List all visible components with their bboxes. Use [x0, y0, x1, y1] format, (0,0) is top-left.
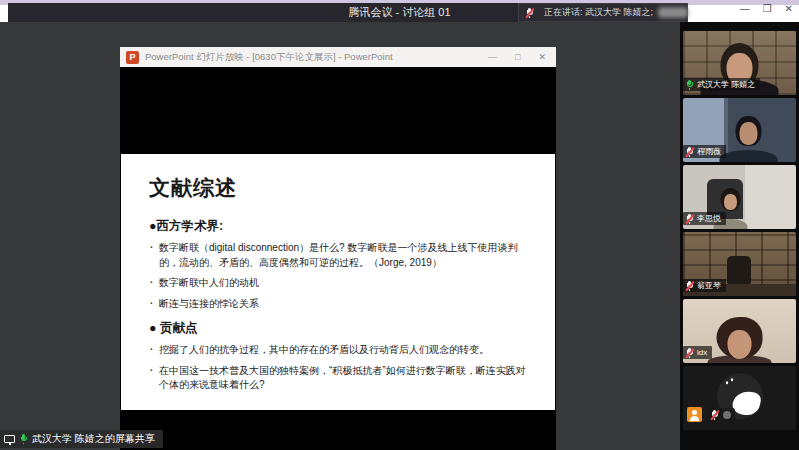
participant-mic-icon	[685, 214, 694, 224]
profile-badge-icon	[687, 407, 702, 422]
slide-bullet: 断连与连接的悖论关系	[149, 297, 529, 312]
ppt-minimize-button[interactable]: —	[488, 52, 497, 62]
powerpoint-app-icon: P	[126, 51, 139, 64]
participant-video-tile[interactable]	[683, 366, 796, 430]
slide-bullet: 在中国这一技术普及大国的独特案例，“积极抵抗者”如何进行数字断联，断连实践对个体…	[149, 364, 529, 393]
section-heading: ● 贡献点	[149, 320, 529, 337]
window-controls: — ❐ ✕	[740, 4, 793, 14]
participant-mic-icon	[685, 147, 694, 157]
participant-mic-icon	[685, 281, 694, 291]
participant-name: ldx	[697, 347, 707, 358]
participant-mic-icon	[685, 80, 694, 90]
speaking-indicator: 正在讲话: 武汉大学 陈婧之;	[518, 3, 688, 22]
participant-video-tile[interactable]: 程雨薇	[683, 98, 796, 162]
powerpoint-window: P PowerPoint 幻灯片放映 - [0630下午论文展示] - Powe…	[120, 47, 556, 450]
participant-video-tile[interactable]: 李思悦	[683, 165, 796, 229]
avatar-badges	[687, 407, 735, 422]
participant-name-label: 程雨薇	[683, 145, 726, 158]
participant-name: 李思悦	[697, 213, 721, 224]
slide: 文献综述 ●西方学术界:数字断联（digital disconnection）是…	[121, 154, 555, 410]
participant-mic-muted-icon	[710, 410, 719, 420]
participant-video-tile[interactable]: 武汉大学 陈婧之	[683, 31, 796, 95]
mic-on-icon	[19, 434, 28, 444]
share-banner-text: 武汉大学 陈婧之的屏幕共享	[32, 432, 155, 446]
participant-name: 程雨薇	[697, 146, 721, 157]
ppt-close-button[interactable]: ✕	[538, 52, 546, 62]
participant-mic-icon	[685, 348, 694, 358]
screen-share-icon	[4, 435, 15, 443]
screen-share-banner[interactable]: 武汉大学 陈婧之的屏幕共享	[0, 430, 163, 448]
close-button[interactable]: ✕	[785, 4, 793, 14]
participant-name-label: 翁亚琴	[683, 279, 726, 292]
powerpoint-window-title: PowerPoint 幻灯片放映 - [0630下午论文展示] - PowerP…	[145, 51, 482, 64]
minimize-button[interactable]: —	[740, 4, 750, 14]
slide-bullet: 数字断联（digital disconnection）是什么? 数字断联是一个涉…	[149, 241, 529, 270]
restore-button[interactable]: ❐	[763, 4, 772, 14]
slideshow-stage: 文献综述 ●西方学术界:数字断联（digital disconnection）是…	[120, 67, 556, 450]
participant-video-tile[interactable]: ldx	[683, 299, 796, 363]
speaking-indicator-text: 正在讲话: 武汉大学 陈婧之;	[544, 6, 653, 19]
participants-sidebar[interactable]: 武汉大学 陈婧之 程雨薇 李思悦	[680, 22, 799, 450]
slide-bullet: 数字断联中人们的动机	[149, 276, 529, 291]
section-heading: ●西方学术界:	[149, 218, 529, 235]
participant-video-tile[interactable]: 翁亚琴	[683, 232, 796, 296]
mic-muted-icon	[525, 8, 534, 18]
slide-title: 文献综述	[149, 174, 529, 202]
participant-name: 武汉大学 陈婧之	[697, 79, 755, 90]
powerpoint-window-controls: — □ ✕	[488, 52, 546, 62]
participant-name-label: ldx	[683, 346, 712, 359]
screen-share-region: P PowerPoint 幻灯片放映 - [0630下午论文展示] - Powe…	[0, 22, 680, 450]
powerpoint-titlebar[interactable]: P PowerPoint 幻灯片放映 - [0630下午论文展示] - Powe…	[120, 47, 556, 67]
blurred-names	[658, 7, 688, 18]
emoji-status-icon	[723, 411, 731, 419]
slide-body: ●西方学术界:数字断联（digital disconnection）是什么? 数…	[149, 218, 529, 393]
slide-bullet: 挖掘了人们的抗争过程，其中的存在的矛盾以及行动背后人们观念的转变。	[149, 343, 529, 358]
participant-name-label: 李思悦	[683, 212, 726, 225]
ppt-maximize-button[interactable]: □	[515, 52, 520, 62]
participant-name-label: 武汉大学 陈婧之	[683, 78, 760, 91]
participant-name: 翁亚琴	[697, 280, 721, 291]
